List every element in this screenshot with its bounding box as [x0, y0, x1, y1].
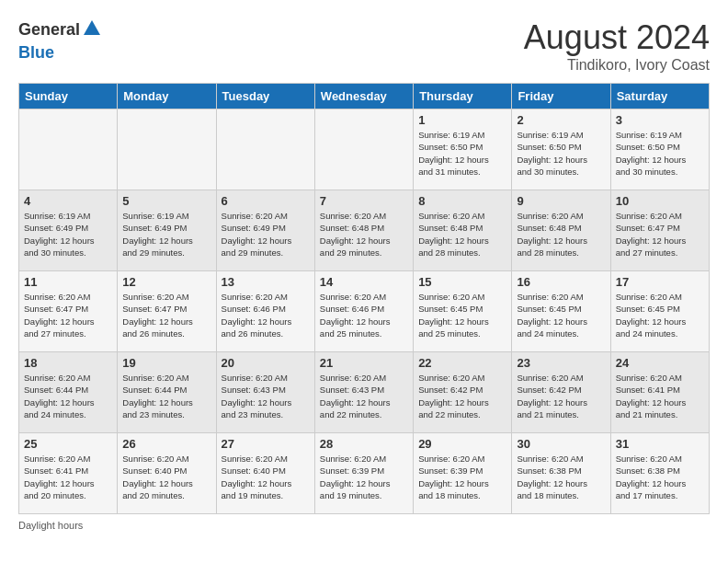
day-number: 13	[222, 275, 310, 289]
day-number: 4	[24, 194, 112, 208]
day-number: 22	[418, 356, 506, 370]
calendar-cell: 20Sunrise: 6:20 AM Sunset: 6:43 PM Dayli…	[216, 352, 314, 433]
day-info: Sunrise: 6:20 AM Sunset: 6:47 PM Dayligh…	[24, 291, 112, 339]
calendar-cell: 14Sunrise: 6:20 AM Sunset: 6:46 PM Dayli…	[314, 271, 413, 352]
calendar-cell: 28Sunrise: 6:20 AM Sunset: 6:39 PM Dayli…	[314, 433, 413, 514]
svg-marker-0	[84, 20, 100, 35]
calendar-cell: 31Sunrise: 6:20 AM Sunset: 6:38 PM Dayli…	[610, 433, 709, 514]
day-number: 21	[320, 356, 408, 370]
week-row-3: 11Sunrise: 6:20 AM Sunset: 6:47 PM Dayli…	[19, 271, 710, 352]
calendar-table: SundayMondayTuesdayWednesdayThursdayFrid…	[18, 83, 710, 514]
day-info: Sunrise: 6:20 AM Sunset: 6:38 PM Dayligh…	[616, 453, 704, 501]
weekday-header-monday: Monday	[118, 84, 216, 109]
day-number: 8	[418, 194, 506, 208]
calendar-cell: 16Sunrise: 6:20 AM Sunset: 6:45 PM Dayli…	[512, 271, 610, 352]
calendar-header: SundayMondayTuesdayWednesdayThursdayFrid…	[19, 84, 710, 109]
day-number: 27	[222, 437, 310, 451]
day-number: 11	[24, 275, 112, 289]
calendar-cell	[216, 109, 314, 190]
page-header: General Blue August 2024 Tindikoro, Ivor…	[18, 18, 710, 74]
calendar-cell: 8Sunrise: 6:20 AM Sunset: 6:48 PM Daylig…	[414, 190, 512, 271]
day-info: Sunrise: 6:20 AM Sunset: 6:45 PM Dayligh…	[418, 291, 506, 339]
week-row-4: 18Sunrise: 6:20 AM Sunset: 6:44 PM Dayli…	[19, 352, 710, 433]
weekday-header-saturday: Saturday	[610, 84, 709, 109]
day-number: 9	[517, 194, 605, 208]
day-number: 1	[418, 113, 506, 127]
logo-text-blue: Blue	[18, 43, 102, 63]
day-info: Sunrise: 6:20 AM Sunset: 6:43 PM Dayligh…	[320, 372, 408, 420]
day-number: 16	[517, 275, 605, 289]
day-info: Sunrise: 6:20 AM Sunset: 6:46 PM Dayligh…	[320, 291, 408, 339]
day-info: Sunrise: 6:20 AM Sunset: 6:42 PM Dayligh…	[418, 372, 506, 420]
calendar-cell	[118, 109, 216, 190]
day-number: 19	[122, 356, 210, 370]
week-row-5: 25Sunrise: 6:20 AM Sunset: 6:41 PM Dayli…	[19, 433, 710, 514]
day-info: Sunrise: 6:20 AM Sunset: 6:40 PM Dayligh…	[122, 453, 210, 501]
calendar-cell: 10Sunrise: 6:20 AM Sunset: 6:47 PM Dayli…	[610, 190, 709, 271]
day-info: Sunrise: 6:19 AM Sunset: 6:50 PM Dayligh…	[616, 129, 704, 178]
calendar-cell: 18Sunrise: 6:20 AM Sunset: 6:44 PM Dayli…	[19, 352, 118, 433]
calendar-body: 1Sunrise: 6:19 AM Sunset: 6:50 PM Daylig…	[19, 109, 710, 514]
logo-text-general: General	[18, 20, 80, 39]
day-number: 6	[222, 194, 310, 208]
calendar-cell: 22Sunrise: 6:20 AM Sunset: 6:42 PM Dayli…	[414, 352, 512, 433]
day-number: 15	[418, 275, 506, 289]
calendar-cell: 27Sunrise: 6:20 AM Sunset: 6:40 PM Dayli…	[216, 433, 314, 514]
calendar-cell	[314, 109, 413, 190]
day-number: 10	[616, 194, 704, 208]
calendar-cell: 2Sunrise: 6:19 AM Sunset: 6:50 PM Daylig…	[512, 109, 610, 190]
calendar-cell: 1Sunrise: 6:19 AM Sunset: 6:50 PM Daylig…	[414, 109, 512, 190]
calendar-cell: 5Sunrise: 6:19 AM Sunset: 6:49 PM Daylig…	[118, 190, 216, 271]
calendar-cell: 21Sunrise: 6:20 AM Sunset: 6:43 PM Dayli…	[314, 352, 413, 433]
logo-icon	[82, 18, 102, 43]
title-block: August 2024 Tindikoro, Ivory Coast	[524, 18, 710, 74]
calendar-cell: 19Sunrise: 6:20 AM Sunset: 6:44 PM Dayli…	[118, 352, 216, 433]
day-info: Sunrise: 6:20 AM Sunset: 6:38 PM Dayligh…	[517, 453, 605, 501]
day-info: Sunrise: 6:19 AM Sunset: 6:50 PM Dayligh…	[418, 129, 506, 178]
calendar-cell	[19, 109, 118, 190]
day-number: 18	[24, 356, 112, 370]
day-number: 31	[616, 437, 704, 451]
week-row-1: 1Sunrise: 6:19 AM Sunset: 6:50 PM Daylig…	[19, 109, 710, 190]
day-number: 20	[222, 356, 310, 370]
calendar-cell: 29Sunrise: 6:20 AM Sunset: 6:39 PM Dayli…	[414, 433, 512, 514]
day-info: Sunrise: 6:20 AM Sunset: 6:41 PM Dayligh…	[616, 372, 704, 420]
calendar-cell: 26Sunrise: 6:20 AM Sunset: 6:40 PM Dayli…	[118, 433, 216, 514]
weekday-header-wednesday: Wednesday	[314, 84, 413, 109]
calendar-cell: 12Sunrise: 6:20 AM Sunset: 6:47 PM Dayli…	[118, 271, 216, 352]
calendar-cell: 30Sunrise: 6:20 AM Sunset: 6:38 PM Dayli…	[512, 433, 610, 514]
week-row-2: 4Sunrise: 6:19 AM Sunset: 6:49 PM Daylig…	[19, 190, 710, 271]
day-number: 24	[616, 356, 704, 370]
day-number: 2	[517, 113, 605, 127]
calendar-cell: 23Sunrise: 6:20 AM Sunset: 6:42 PM Dayli…	[512, 352, 610, 433]
weekday-header-thursday: Thursday	[414, 84, 512, 109]
day-info: Sunrise: 6:20 AM Sunset: 6:46 PM Dayligh…	[222, 291, 310, 339]
day-number: 28	[320, 437, 408, 451]
day-number: 23	[517, 356, 605, 370]
weekday-header-friday: Friday	[512, 84, 610, 109]
day-number: 12	[122, 275, 210, 289]
day-info: Sunrise: 6:20 AM Sunset: 6:44 PM Dayligh…	[122, 372, 210, 420]
day-info: Sunrise: 6:19 AM Sunset: 6:50 PM Dayligh…	[517, 129, 605, 178]
logo: General Blue	[18, 18, 102, 62]
day-info: Sunrise: 6:20 AM Sunset: 6:42 PM Dayligh…	[517, 372, 605, 420]
day-number: 30	[517, 437, 605, 451]
calendar-cell: 17Sunrise: 6:20 AM Sunset: 6:45 PM Dayli…	[610, 271, 709, 352]
calendar-cell: 9Sunrise: 6:20 AM Sunset: 6:48 PM Daylig…	[512, 190, 610, 271]
day-info: Sunrise: 6:20 AM Sunset: 6:45 PM Dayligh…	[517, 291, 605, 339]
day-number: 14	[320, 275, 408, 289]
day-info: Sunrise: 6:19 AM Sunset: 6:49 PM Dayligh…	[24, 210, 112, 259]
day-number: 25	[24, 437, 112, 451]
calendar-cell: 3Sunrise: 6:19 AM Sunset: 6:50 PM Daylig…	[610, 109, 709, 190]
calendar-cell: 25Sunrise: 6:20 AM Sunset: 6:41 PM Dayli…	[19, 433, 118, 514]
day-info: Sunrise: 6:20 AM Sunset: 6:39 PM Dayligh…	[418, 453, 506, 501]
calendar-cell: 24Sunrise: 6:20 AM Sunset: 6:41 PM Dayli…	[610, 352, 709, 433]
day-info: Sunrise: 6:20 AM Sunset: 6:48 PM Dayligh…	[517, 210, 605, 259]
weekday-header-tuesday: Tuesday	[216, 84, 314, 109]
day-info: Sunrise: 6:20 AM Sunset: 6:47 PM Dayligh…	[122, 291, 210, 339]
day-info: Sunrise: 6:20 AM Sunset: 6:48 PM Dayligh…	[320, 210, 408, 259]
day-number: 5	[122, 194, 210, 208]
day-number: 7	[320, 194, 408, 208]
calendar-title: August 2024	[524, 18, 710, 57]
calendar-cell: 13Sunrise: 6:20 AM Sunset: 6:46 PM Dayli…	[216, 271, 314, 352]
